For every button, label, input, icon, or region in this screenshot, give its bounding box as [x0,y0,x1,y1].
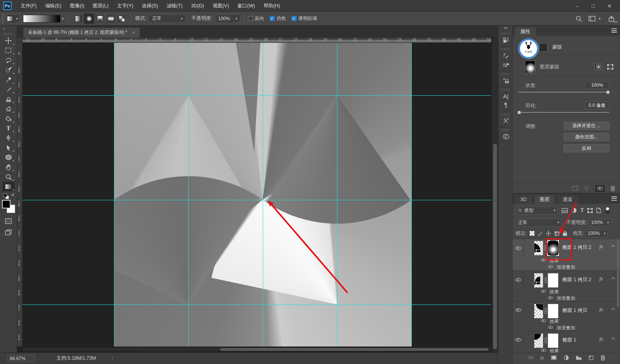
transparency-checkbox-group[interactable]: ✓ 透明区域 [292,15,317,22]
rectangular-marquee-tool[interactable] [2,46,15,55]
effects-row[interactable]: 效果 [513,257,620,264]
eyedropper-tool[interactable] [2,75,15,84]
pen-tool[interactable] [2,133,15,143]
select-and-mask-button[interactable]: 选择并遮住 ... [564,122,609,130]
zoom-tool[interactable] [2,172,15,182]
move-tool[interactable] [2,36,15,46]
status-popup-chevron[interactable]: 〉 [111,355,116,362]
apply-mask-icon[interactable] [583,186,590,191]
eye-icon[interactable] [548,326,553,329]
layer-thumbnail[interactable] [534,333,543,348]
lock-position-icon[interactable] [546,231,551,236]
menu-3d[interactable]: 3D(D) [187,0,208,12]
layer-thumbnail[interactable] [534,273,543,288]
tab-channels[interactable]: 通道 [557,195,578,204]
collapse-effects-chevron[interactable] [611,338,615,341]
gradient-type-linear-button[interactable] [73,14,83,24]
guide-vertical[interactable] [114,43,114,346]
filter-pixel-layers-icon[interactable] [562,208,568,213]
dock-collapse-left[interactable]: ◂◂ [499,26,512,32]
panel-menu-icon[interactable] [611,28,617,33]
menu-filter[interactable]: 滤镜(T) [162,0,187,12]
gradient-editor-preview[interactable] [23,15,60,23]
filter-shape-layers-icon[interactable] [587,208,593,213]
guide-horizontal[interactable] [18,95,491,96]
new-adjustment-layer-icon[interactable] [564,355,569,360]
link-layers-icon[interactable] [527,356,534,359]
density-slider[interactable] [518,92,609,93]
creative-cloud-libraries-icon[interactable] [499,132,513,141]
document-tab[interactable]: 未标题-1 @ 66.7% (椭圆 1 拷贝 2, 图层蒙版/8) * ✕ [23,28,140,37]
share-icon[interactable] [608,16,615,22]
eraser-tool[interactable] [2,104,15,114]
layer-thumbnail[interactable] [534,304,543,318]
effects-row[interactable]: 效果 [513,318,620,324]
brushes-panel-icon[interactable] [499,60,513,70]
clone-stamp-tool[interactable] [2,94,15,104]
clone-source-panel-icon[interactable] [499,76,513,85]
color-range-button[interactable]: 颜色范围... [564,133,609,141]
eye-icon[interactable] [541,290,546,293]
invert-button[interactable]: 反相 [564,144,609,152]
gradient-overlay-row[interactable]: 渐变叠加 [513,264,620,270]
filter-type-select[interactable]: 类型 ▾ [516,206,558,215]
gradient-overlay-row[interactable]: 渐变叠加 [513,324,620,331]
reverse-checkbox[interactable] [248,16,253,21]
menu-image[interactable]: 图像(I) [66,0,89,12]
guide-vertical[interactable] [263,43,263,346]
filter-type-layers-icon[interactable]: T [580,207,584,214]
filter-toggle-switch[interactable] [606,207,609,214]
gradient-type-angle-button[interactable] [95,14,105,24]
layer-fill-select[interactable]: 100%▾ [585,229,608,238]
brush-settings-panel-icon[interactable] [499,51,513,60]
ellipse-tool[interactable] [2,152,15,162]
tab-3d[interactable]: 3D [515,195,532,204]
tool-kit-panel-icon[interactable] [499,116,513,126]
workspace-switcher[interactable]: ▾ [588,16,602,21]
add-layer-style-icon[interactable]: fx [540,355,544,361]
foreground-color-swatch[interactable] [2,200,11,208]
zoom-level-field[interactable]: 66.67% [7,355,35,362]
vertical-scrollbar[interactable] [492,37,498,352]
lock-pixels-icon[interactable] [537,231,543,236]
layer-row-1[interactable]: 椭圆 1 拷贝 2 fx [513,239,620,257]
filter-adjustment-layers-icon[interactable] [571,208,577,213]
search-icon[interactable] [576,16,582,22]
gradient-tool[interactable] [2,182,15,191]
tool-preset-picker[interactable]: ▾ [7,14,20,23]
history-panel-icon[interactable] [499,35,513,45]
eye-icon[interactable] [548,265,553,268]
gradient-type-diamond-button[interactable] [117,14,127,24]
dither-checkbox[interactable]: ✓ [270,16,275,21]
menu-help[interactable]: 帮助(H) [259,0,284,12]
collapse-effects-chevron[interactable] [611,245,615,249]
layer-row-2[interactable]: 椭圆 1 拷贝 2 fx [513,271,620,288]
layers-scrollbar[interactable] [617,239,619,307]
feather-value-field[interactable]: 0.0 像素 [585,102,609,109]
layer-mask-thumbnail[interactable] [548,333,559,348]
eye-icon[interactable] [541,259,546,262]
lock-transparency-icon[interactable] [530,231,534,236]
eye-icon[interactable] [541,349,546,352]
dither-checkbox-group[interactable]: ✓ 仿色 [270,15,286,22]
blend-mode-select[interactable]: 正常 ▾ [149,14,186,23]
screen-mode-button[interactable] [2,228,15,237]
default-colors-icon[interactable] [4,194,7,197]
select-vector-mask-button[interactable] [606,63,615,70]
layer-visibility-cell[interactable] [513,239,524,257]
tab-layers[interactable]: 图层 [534,195,555,204]
select-pixel-mask-button[interactable] [594,63,603,70]
layer-row-3[interactable]: 椭圆 1 拷贝 fx [513,302,620,318]
lock-all-icon[interactable] [563,231,567,236]
filter-smart-objects-icon[interactable] [596,208,601,213]
collapse-effects-chevron[interactable] [611,277,615,281]
minimize-button[interactable]: – [569,0,585,12]
quick-mask-button[interactable] [2,216,15,226]
vertical-scrollbar-thumb[interactable] [493,144,497,349]
tab-close-icon[interactable]: ✕ [132,30,135,35]
mask-visibility-toggle[interactable] [595,185,605,192]
gradient-overlay-row[interactable]: 渐变叠加 [513,295,620,301]
gradient-type-reflected-button[interactable] [106,14,116,24]
load-selection-icon[interactable] [572,186,578,191]
guide-vertical[interactable] [411,43,412,346]
